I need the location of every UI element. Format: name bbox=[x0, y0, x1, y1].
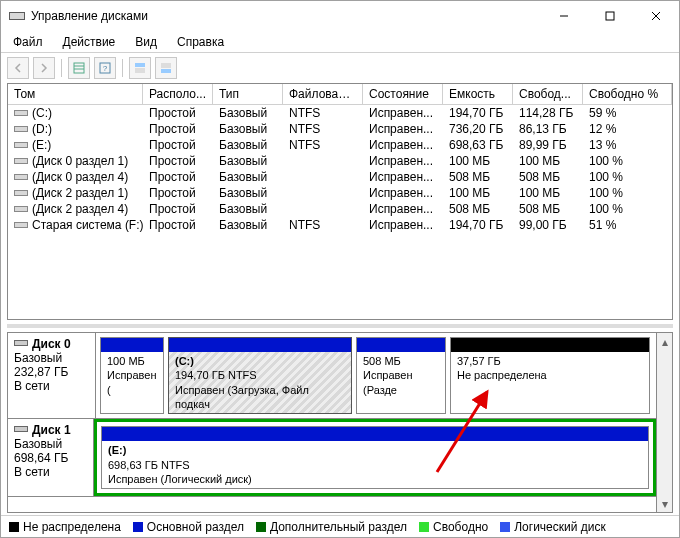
table-cell: 508 МБ bbox=[443, 201, 513, 217]
svg-rect-6 bbox=[74, 63, 84, 73]
table-cell: 59 % bbox=[583, 105, 672, 121]
disk-mgmt-icon bbox=[9, 10, 25, 22]
disk-row: Диск 1Базовый698,64 ГБВ сети(E:)698,63 Г… bbox=[8, 419, 656, 497]
vertical-scrollbar[interactable]: ▴ ▾ bbox=[656, 332, 673, 513]
graphical-view-pane: Диск 0Базовый232,87 ГБВ сети100 МБИсправ… bbox=[7, 332, 673, 513]
table-body: (C:)ПростойБазовыйNTFSИсправен...194,70 … bbox=[8, 105, 672, 319]
table-header: ТомРасполо...ТипФайловая с...СостояниеЕм… bbox=[8, 84, 672, 105]
table-cell: 508 МБ bbox=[513, 201, 583, 217]
volume-icon bbox=[14, 172, 28, 182]
table-row[interactable]: (Диск 0 раздел 1)ПростойБазовыйИсправен.… bbox=[8, 153, 672, 169]
menu-item[interactable]: Справка bbox=[169, 33, 232, 51]
table-cell: (E:) bbox=[8, 137, 143, 153]
table-cell: 508 МБ bbox=[513, 169, 583, 185]
column-header[interactable]: Файловая с... bbox=[283, 84, 363, 104]
column-header[interactable]: Том bbox=[8, 84, 143, 104]
table-row[interactable]: (C:)ПростойБазовыйNTFSИсправен...194,70 … bbox=[8, 105, 672, 121]
table-cell: (Диск 2 раздел 4) bbox=[8, 201, 143, 217]
legend-label: Дополнительный раздел bbox=[270, 520, 407, 534]
close-button[interactable] bbox=[633, 1, 679, 31]
table-cell: Базовый bbox=[213, 105, 283, 121]
disk-bars: 100 МБИсправен ((C:)194,70 ГБ NTFSИсправ… bbox=[96, 333, 656, 418]
scroll-track[interactable] bbox=[657, 350, 672, 495]
volume-table: ТомРасполо...ТипФайловая с...СостояниеЕм… bbox=[8, 84, 672, 319]
legend-swatch bbox=[133, 522, 143, 532]
table-row[interactable]: (E:)ПростойБазовыйNTFSИсправен...698,63 … bbox=[8, 137, 672, 153]
legend-swatch bbox=[9, 522, 19, 532]
svg-rect-34 bbox=[15, 427, 27, 431]
menu-item[interactable]: Файл bbox=[5, 33, 51, 51]
partition[interactable]: 508 МБИсправен (Разде bbox=[356, 337, 446, 414]
scroll-up-button[interactable]: ▴ bbox=[657, 333, 672, 350]
svg-rect-28 bbox=[15, 207, 27, 211]
column-header[interactable]: Располо... bbox=[143, 84, 213, 104]
legend-label: Свободно bbox=[433, 520, 488, 534]
table-cell: Базовый bbox=[213, 137, 283, 153]
table-cell: 13 % bbox=[583, 137, 672, 153]
table-cell: 12 % bbox=[583, 121, 672, 137]
table-cell: NTFS bbox=[283, 137, 363, 153]
table-cell: 100 МБ bbox=[513, 185, 583, 201]
table-cell: Простой bbox=[143, 185, 213, 201]
window-controls bbox=[541, 1, 679, 31]
column-header[interactable]: Свобод... bbox=[513, 84, 583, 104]
legend-swatch bbox=[256, 522, 266, 532]
scroll-down-button[interactable]: ▾ bbox=[657, 495, 672, 512]
disk-label[interactable]: Диск 1Базовый698,64 ГБВ сети bbox=[8, 419, 94, 496]
table-row[interactable]: (Диск 2 раздел 1)ПростойБазовыйИсправен.… bbox=[8, 185, 672, 201]
disk-row: Диск 0Базовый232,87 ГБВ сети100 МБИсправ… bbox=[8, 333, 656, 419]
legend: Не распределенаОсновной разделДополнител… bbox=[1, 515, 679, 537]
table-cell bbox=[283, 185, 363, 201]
disk-label[interactable]: Диск 0Базовый232,87 ГБВ сети bbox=[8, 333, 96, 418]
workspace: ТомРасполо...ТипФайловая с...СостояниеЕм… bbox=[1, 83, 679, 515]
volume-icon bbox=[14, 140, 28, 150]
legend-swatch bbox=[500, 522, 510, 532]
table-cell: NTFS bbox=[283, 217, 363, 233]
column-header[interactable]: Тип bbox=[213, 84, 283, 104]
table-row[interactable]: (Диск 2 раздел 4)ПростойБазовыйИсправен.… bbox=[8, 201, 672, 217]
view-list-button[interactable] bbox=[68, 57, 90, 79]
table-cell: Простой bbox=[143, 169, 213, 185]
table-cell: 100 МБ bbox=[513, 153, 583, 169]
partition[interactable]: (E:)698,63 ГБ NTFSИсправен (Логический д… bbox=[101, 426, 649, 489]
partition[interactable]: (C:)194,70 ГБ NTFSИсправен (Загрузка, Фа… bbox=[168, 337, 352, 414]
toolbar: ? bbox=[1, 53, 679, 83]
table-cell: 194,70 ГБ bbox=[443, 105, 513, 121]
volume-list-pane: ТомРасполо...ТипФайловая с...СостояниеЕм… bbox=[7, 83, 673, 320]
back-button[interactable] bbox=[7, 57, 29, 79]
forward-button[interactable] bbox=[33, 57, 55, 79]
table-cell: Исправен... bbox=[363, 121, 443, 137]
minimize-button[interactable] bbox=[541, 1, 587, 31]
menu-item[interactable]: Вид bbox=[127, 33, 165, 51]
view-bottom-button[interactable] bbox=[155, 57, 177, 79]
table-cell: (Диск 2 раздел 1) bbox=[8, 185, 143, 201]
table-cell: 86,13 ГБ bbox=[513, 121, 583, 137]
table-cell: (Диск 0 раздел 1) bbox=[8, 153, 143, 169]
table-cell bbox=[283, 169, 363, 185]
table-cell: 100 % bbox=[583, 153, 672, 169]
splitter[interactable] bbox=[7, 324, 673, 328]
menu-item[interactable]: Действие bbox=[55, 33, 124, 51]
menubar: ФайлДействиеВидСправка bbox=[1, 31, 679, 52]
table-cell: 99,00 ГБ bbox=[513, 217, 583, 233]
column-header[interactable]: Состояние bbox=[363, 84, 443, 104]
volume-icon bbox=[14, 124, 28, 134]
table-cell: 100 % bbox=[583, 201, 672, 217]
partition[interactable]: 37,57 ГБНе распределена bbox=[450, 337, 650, 414]
table-row[interactable]: (D:)ПростойБазовыйNTFSИсправен...736,20 … bbox=[8, 121, 672, 137]
column-header[interactable]: Емкость bbox=[443, 84, 513, 104]
table-cell: Исправен... bbox=[363, 105, 443, 121]
table-row[interactable]: Старая система (F:)ПростойБазовыйNTFSИсп… bbox=[8, 217, 672, 233]
svg-rect-14 bbox=[161, 69, 171, 73]
table-row[interactable]: (Диск 0 раздел 4)ПростойБазовыйИсправен.… bbox=[8, 169, 672, 185]
column-header[interactable]: Свободно % bbox=[583, 84, 672, 104]
view-top-button[interactable] bbox=[129, 57, 151, 79]
table-cell: NTFS bbox=[283, 105, 363, 121]
table-cell: Исправен... bbox=[363, 137, 443, 153]
table-cell: 100 МБ bbox=[443, 185, 513, 201]
partition[interactable]: 100 МБИсправен ( bbox=[100, 337, 164, 414]
maximize-button[interactable] bbox=[587, 1, 633, 31]
disks-area: Диск 0Базовый232,87 ГБВ сети100 МБИсправ… bbox=[7, 332, 656, 513]
volume-icon bbox=[14, 188, 28, 198]
help-button[interactable]: ? bbox=[94, 57, 116, 79]
